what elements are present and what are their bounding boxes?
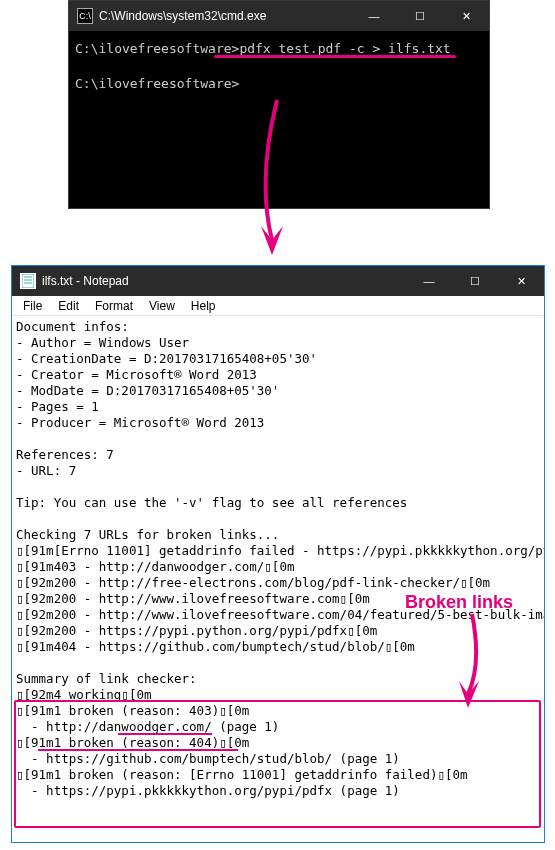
menu-view[interactable]: View — [142, 298, 182, 314]
notepad-titlebar[interactable]: ilfs.txt - Notepad — ☐ ✕ — [12, 266, 544, 296]
close-button[interactable]: ✕ — [498, 266, 544, 296]
broken-url-underline — [38, 749, 238, 751]
cmd-icon: C:\ — [77, 8, 93, 24]
maximize-button[interactable]: ☐ — [397, 1, 443, 31]
notepad-title: ilfs.txt - Notepad — [42, 274, 406, 288]
menu-edit[interactable]: Edit — [51, 298, 86, 314]
minimize-button[interactable]: — — [406, 266, 452, 296]
notepad-window: ilfs.txt - Notepad — ☐ ✕ File Edit Forma… — [11, 265, 545, 843]
notepad-body[interactable]: Document infos: - Author = Windows User … — [12, 316, 544, 842]
menu-help[interactable]: Help — [184, 298, 223, 314]
cmd-titlebar[interactable]: C:\ C:\Windows\system32\cmd.exe — ☐ ✕ — [69, 1, 489, 31]
cmd-highlight-underline — [214, 55, 456, 58]
cmd-title: C:\Windows\system32\cmd.exe — [99, 9, 351, 23]
cmd-window: C:\ C:\Windows\system32\cmd.exe — ☐ ✕ C:… — [68, 0, 490, 209]
svg-rect-0 — [22, 274, 34, 288]
notepad-window-controls: — ☐ ✕ — [406, 266, 544, 296]
broken-links-label: Broken links — [405, 592, 513, 613]
maximize-button[interactable]: ☐ — [452, 266, 498, 296]
menu-file[interactable]: File — [16, 298, 49, 314]
notepad-icon — [20, 273, 36, 289]
reason-underline — [118, 733, 212, 735]
menu-format[interactable]: Format — [88, 298, 140, 314]
minimize-button[interactable]: — — [351, 1, 397, 31]
close-button[interactable]: ✕ — [443, 1, 489, 31]
notepad-menubar: File Edit Format View Help — [12, 296, 544, 316]
cmd-line-2: C:\ilovefreesoftware> — [75, 74, 483, 95]
cmd-window-controls: — ☐ ✕ — [351, 1, 489, 31]
cmd-body[interactable]: C:\ilovefreesoftware>pdfx test.pdf -c > … — [69, 31, 489, 103]
